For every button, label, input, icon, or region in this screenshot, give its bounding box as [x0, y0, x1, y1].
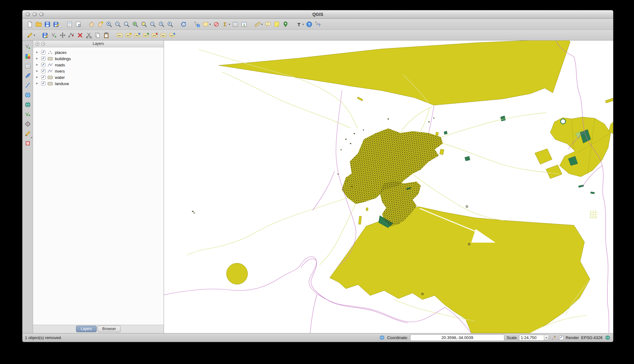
save-project-button[interactable] [43, 20, 51, 28]
layer-row-roads[interactable]: roads [33, 62, 164, 68]
bookmark-button[interactable] [281, 20, 290, 28]
layer-label: water [55, 75, 65, 80]
open-project-button[interactable] [35, 20, 43, 28]
topology-button[interactable] [24, 111, 32, 119]
desktop: QGIS [0, 0, 634, 364]
cad-input-button[interactable] [24, 43, 32, 51]
zoom-to-layer-button[interactable] [149, 20, 157, 28]
change-label-button[interactable] [151, 31, 159, 39]
status-message: 1 object(s) removed. [25, 335, 62, 340]
grid-button[interactable] [24, 140, 32, 148]
scale-label: Scale [507, 335, 517, 340]
rotate-label-button[interactable] [142, 31, 150, 39]
layer-visibility-checkbox[interactable] [41, 81, 46, 86]
layer-row-places[interactable]: places [33, 49, 164, 55]
layer-visibility-checkbox[interactable] [41, 56, 46, 61]
spline-button[interactable] [24, 82, 32, 90]
file-map-toolbar [22, 19, 613, 30]
composer-manager-button[interactable] [74, 20, 82, 28]
help-button[interactable] [305, 20, 313, 28]
paste-features-button[interactable] [102, 31, 110, 39]
pan-to-selection-button[interactable] [96, 20, 104, 28]
layer-row-water[interactable]: water [33, 74, 164, 80]
save-project-as-button[interactable] [52, 20, 60, 28]
expand-arrow-icon[interactable] [36, 57, 40, 60]
delete-selected-button[interactable] [76, 31, 84, 39]
pan-map-button[interactable] [88, 20, 96, 28]
layer-type-icon [47, 56, 53, 61]
expand-arrow-icon[interactable] [36, 51, 40, 54]
label-highlight-button[interactable] [124, 31, 132, 39]
annotation-pen-button[interactable] [24, 72, 32, 80]
expand-arrow-icon[interactable] [36, 69, 40, 73]
deselect-features-button[interactable] [212, 20, 220, 28]
select-by-expression-button[interactable] [221, 20, 231, 28]
refresh-map-button[interactable] [180, 20, 188, 28]
layer-visibility-checkbox[interactable] [41, 69, 46, 73]
dock-float-icon[interactable] [41, 42, 45, 46]
node-tool-button[interactable] [67, 31, 75, 39]
metasearch-button[interactable] [24, 62, 32, 70]
layer-label: landuse [55, 81, 69, 86]
tab-browser[interactable]: Browser [98, 326, 121, 332]
map-tips-button[interactable] [264, 20, 272, 28]
annotation-pencil-button[interactable] [24, 130, 32, 138]
new-annotation-button[interactable] [273, 20, 281, 28]
zoom-full-extent-button[interactable] [131, 20, 139, 28]
georeferencer-button[interactable] [24, 53, 32, 61]
label-properties-button[interactable] [159, 31, 167, 39]
open-attribute-table-button[interactable] [231, 20, 239, 28]
tab-layers[interactable]: Layers [76, 326, 97, 332]
map-canvas[interactable] [164, 41, 613, 333]
zoom-next-button[interactable] [166, 20, 174, 28]
layer-type-icon [47, 69, 53, 74]
zoom-last-button[interactable] [157, 20, 166, 28]
render-checkbox[interactable] [559, 336, 564, 340]
select-features-button[interactable] [202, 20, 212, 28]
expand-arrow-icon[interactable] [36, 82, 40, 85]
toggle-editing-button[interactable] [26, 31, 36, 39]
identify-features-button[interactable] [193, 20, 201, 28]
copy-features-button[interactable] [94, 31, 102, 39]
render-label: Render [566, 335, 579, 340]
field-calculator-button[interactable] [240, 20, 248, 28]
expand-arrow-icon[interactable] [36, 63, 40, 66]
layer-row-buildings[interactable]: buildings [33, 55, 164, 62]
gps-tools-button[interactable] [24, 120, 32, 128]
zoom-to-selection-button[interactable] [140, 20, 148, 28]
move-label-button[interactable] [133, 31, 141, 39]
web-services-button[interactable] [24, 91, 32, 99]
zoom-actual-size-button[interactable] [122, 20, 131, 28]
dock-close-icon[interactable] [35, 42, 39, 46]
layer-visibility-checkbox[interactable] [41, 63, 46, 67]
move-feature-button[interactable] [59, 31, 67, 39]
measure-button[interactable] [253, 20, 263, 28]
coordinate-input[interactable]: 20.3598,-34.0039 [410, 334, 504, 341]
layer-row-landuse[interactable]: landuse [33, 80, 164, 87]
label-settings-button[interactable] [168, 31, 176, 39]
expand-arrow-icon[interactable] [36, 76, 40, 79]
zoom-out-button[interactable] [114, 20, 122, 28]
minimize-window-button[interactable] [32, 12, 37, 16]
new-print-composer-button[interactable] [65, 20, 74, 28]
labeling-button[interactable] [116, 31, 124, 39]
whats-this-button[interactable] [314, 20, 322, 28]
layer-row-rivers[interactable]: rivers [33, 68, 164, 74]
save-edits-button[interactable] [41, 31, 49, 39]
zoom-window-button[interactable] [39, 12, 44, 16]
new-project-button[interactable] [26, 20, 34, 28]
text-annotation-button[interactable] [295, 20, 305, 28]
layer-tree: places buildings roads [33, 47, 164, 325]
close-window-button[interactable] [26, 12, 30, 16]
scale-dropdown-arrow-icon[interactable] [544, 335, 549, 340]
zoom-in-button[interactable] [105, 20, 113, 28]
scale-combobox[interactable]: 1:24,750 [519, 335, 549, 341]
layer-visibility-checkbox[interactable] [41, 50, 46, 55]
layer-visibility-checkbox[interactable] [41, 75, 46, 79]
wms-button[interactable] [24, 101, 32, 109]
cut-features-button[interactable] [85, 31, 93, 39]
dock-tab-bar: Layers Browser [33, 325, 164, 333]
stop-render-brush-icon[interactable] [551, 335, 557, 341]
crs-status-icon[interactable] [605, 335, 611, 341]
add-feature-button[interactable] [50, 31, 58, 39]
